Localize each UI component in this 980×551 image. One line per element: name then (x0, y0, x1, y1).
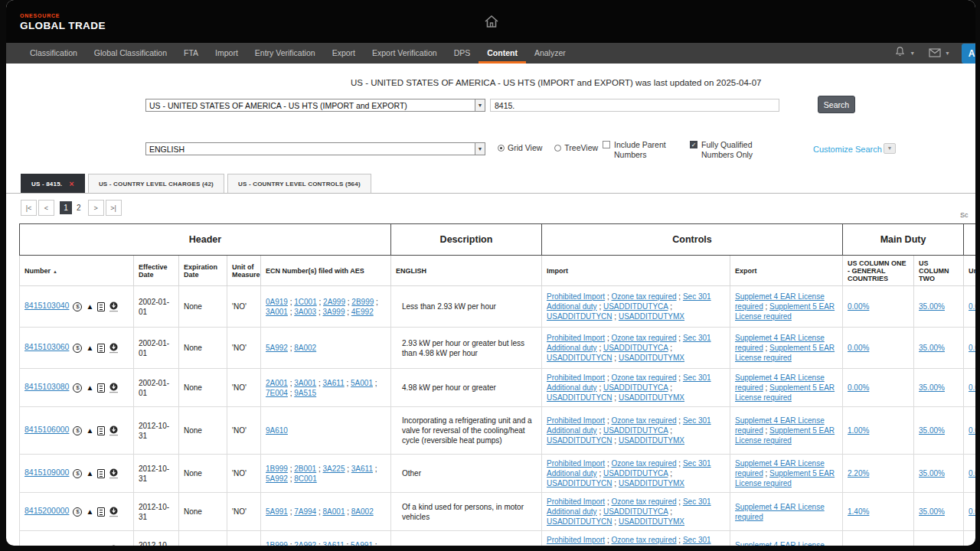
import-control-link[interactable]: Prohibited Import (547, 459, 605, 468)
import-control-link[interactable]: Ozone tax required (612, 334, 677, 342)
column-header-unit-of-measure[interactable]: Unit of Measure (227, 256, 261, 286)
import-control-link[interactable]: USADDITDUTYCN (547, 479, 612, 487)
notes-document-icon[interactable] (97, 507, 105, 517)
download-icon[interactable] (109, 425, 119, 435)
ecn-link[interactable]: 8A002 (351, 507, 374, 516)
import-control-link[interactable]: USADDITDUTYCN (547, 312, 612, 321)
page-number-current[interactable]: 1 (60, 201, 72, 214)
ecn-link[interactable]: 9A610 (266, 426, 288, 435)
customize-search-caret-button[interactable]: ▼ (884, 143, 896, 154)
column-header-us-column-one-general-countries[interactable]: US COLUMN ONE - GENERAL COUNTRIES (843, 256, 914, 286)
import-control-link[interactable]: Ozone tax required (612, 497, 677, 506)
duty-dollar-icon[interactable]: $ (73, 344, 82, 353)
duty-rate-link[interactable]: 0.00% (848, 302, 869, 311)
download-icon[interactable] (109, 544, 119, 546)
duty-dollar-icon[interactable]: $ (73, 507, 82, 517)
user-avatar[interactable]: A (962, 44, 975, 64)
nav-item-export-verification[interactable]: Export Verification (364, 43, 446, 64)
page-last-button[interactable]: >| (106, 200, 122, 216)
duty-rate-link[interactable]: 35.00% (919, 383, 945, 392)
column-header-effective-date[interactable]: Effective Date (134, 256, 179, 286)
duty-rate-link[interactable]: 0.00% (969, 344, 975, 352)
download-icon[interactable] (109, 382, 119, 393)
ecn-link[interactable]: 4E992 (351, 308, 374, 316)
download-icon[interactable] (109, 342, 119, 353)
import-control-link[interactable]: USADDITDUTYCA (603, 426, 668, 435)
ecn-link[interactable]: 3A611 (323, 541, 345, 546)
ecn-link[interactable]: 2B999 (351, 298, 374, 306)
alert-triangle-icon[interactable]: ▲ (86, 303, 93, 311)
duty-dollar-icon[interactable]: $ (73, 469, 82, 478)
column-header-english[interactable]: ENGLISH (391, 256, 542, 286)
language-select[interactable]: ENGLISH ▼ (145, 142, 485, 155)
column-header-expiration-date[interactable]: Expiration Date (179, 256, 227, 286)
download-icon[interactable] (109, 468, 119, 478)
duty-rate-link[interactable]: 1.40% (848, 507, 869, 516)
customize-search-link[interactable]: Customize Search (813, 145, 882, 154)
column-header-export[interactable]: Export (730, 256, 843, 286)
download-icon[interactable] (109, 301, 119, 311)
duty-rate-link[interactable]: 35.00% (919, 469, 945, 478)
ecn-link[interactable]: 3A001 (294, 379, 316, 387)
import-control-link[interactable]: Ozone tax required (612, 373, 677, 382)
ecn-link[interactable]: 9A515 (294, 389, 316, 397)
duty-rate-link[interactable]: 2.20% (848, 469, 869, 478)
messages-caret-icon[interactable]: ▼ (945, 51, 950, 56)
duty-rate-link[interactable]: 0.00% (969, 426, 975, 435)
include-parent-numbers-checkbox[interactable]: Include Parent Numbers (603, 140, 688, 160)
notes-document-icon[interactable] (97, 302, 105, 311)
export-control-link[interactable]: Supplemet 4 EAR License required (735, 541, 825, 546)
hts-number-link[interactable]: 8415810110 (24, 544, 69, 546)
nav-item-classification[interactable]: Classification (21, 43, 86, 64)
import-control-link[interactable]: Ozone tax required (612, 416, 677, 425)
import-control-link[interactable]: Prohibited Import (547, 416, 605, 425)
duty-rate-link[interactable]: 0.00% (969, 302, 975, 311)
import-control-link[interactable]: USADDITDUTYCA (603, 344, 668, 352)
import-control-link[interactable]: USADDITDUTYCN (547, 393, 612, 402)
nav-item-export[interactable]: Export (324, 43, 364, 64)
ecn-link[interactable]: 5A991 (351, 541, 373, 546)
duty-rate-link[interactable]: 0.00% (969, 469, 975, 478)
import-control-link[interactable]: USADDITDUTYMX (619, 436, 684, 445)
import-control-link[interactable]: USADDITDUTYMX (619, 479, 684, 487)
duty-rate-link[interactable]: 0.00% (969, 383, 975, 392)
nav-item-analyzer[interactable]: Analyzer (526, 43, 574, 64)
hts-number-link[interactable]: 8415103080 (24, 382, 69, 391)
hts-number-link[interactable]: 8415200000 (24, 506, 69, 515)
page-first-button[interactable]: |< (21, 200, 37, 216)
duty-dollar-icon[interactable]: $ (73, 302, 82, 311)
ecn-link[interactable]: 3A611 (323, 379, 345, 387)
page-prev-button[interactable]: < (38, 200, 54, 216)
duty-rate-link[interactable]: 0.00% (848, 383, 869, 392)
import-control-link[interactable]: Prohibited Import (547, 497, 605, 506)
ecn-link[interactable]: 1C001 (294, 298, 316, 306)
ecn-link[interactable]: 7E004 (266, 389, 288, 397)
nav-item-global-classification[interactable]: Global Classification (86, 43, 175, 64)
import-control-link[interactable]: USADDITDUTYCN (547, 354, 612, 362)
import-control-link[interactable]: USADDITDUTYCN (547, 517, 612, 526)
column-header-us-column-two[interactable]: US COLUMN TWO (914, 256, 964, 286)
search-button[interactable]: Search (818, 96, 855, 113)
import-control-link[interactable]: Prohibited Import (547, 334, 605, 342)
tab-us-8415[interactable]: US - 8415.× (21, 174, 85, 193)
radio-grid-view[interactable]: Grid View (498, 143, 542, 152)
ecn-link[interactable]: 3A611 (351, 465, 373, 473)
ecn-link[interactable]: 8A001 (323, 507, 345, 516)
hts-number-link[interactable]: 8415103060 (24, 342, 69, 351)
tab-close-icon[interactable]: × (69, 181, 74, 187)
alert-triangle-icon[interactable]: ▲ (86, 508, 93, 516)
messages-envelope-icon[interactable] (929, 47, 941, 60)
import-control-link[interactable]: USADDITDUTYCA (603, 383, 668, 392)
export-control-link[interactable]: Supplemet 4 EAR License required (735, 503, 825, 521)
duty-rate-link[interactable]: 1.00% (848, 426, 869, 435)
duty-rate-link[interactable]: 35.00% (919, 507, 945, 516)
alert-triangle-icon[interactable]: ▲ (86, 470, 93, 478)
home-icon[interactable] (482, 12, 501, 31)
nav-item-dps[interactable]: DPS (446, 43, 479, 64)
notifications-caret-icon[interactable]: ▼ (910, 51, 915, 56)
ecn-link[interactable]: 3A999 (323, 308, 345, 316)
fully-qualified-numbers-checkbox[interactable]: ✓Fully Qualified Numbers Only (690, 140, 780, 160)
column-header-uni-ca[interactable]: Uni Ca (964, 256, 975, 286)
column-header-ecn-number-s-filed-with-aes[interactable]: ECN Number(s) filed with AES (261, 256, 391, 286)
page-next-button[interactable]: > (88, 200, 104, 216)
